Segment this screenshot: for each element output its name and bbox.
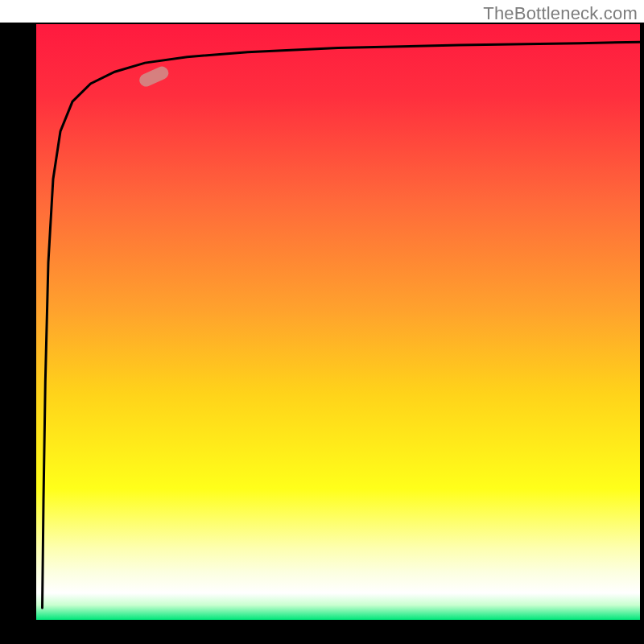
- chart-canvas: TheBottleneck.com: [0, 0, 644, 644]
- attribution-label: TheBottleneck.com: [483, 3, 638, 24]
- chart-svg: [0, 0, 644, 644]
- plot-area: [36, 24, 640, 620]
